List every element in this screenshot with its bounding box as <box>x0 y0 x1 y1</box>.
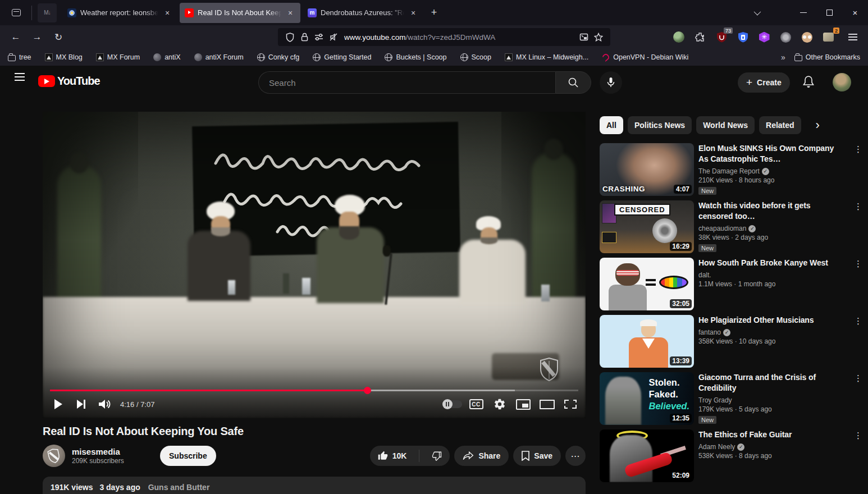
bookmark-mx-forum[interactable]: MX Forum <box>96 53 140 61</box>
ublock-origin-button[interactable]: 73 <box>714 30 729 44</box>
channel-avatar[interactable] <box>43 445 65 467</box>
bookmark-mx-blog[interactable]: MX Blog <box>45 53 83 61</box>
video-menu-button[interactable]: ⋮ <box>854 431 862 441</box>
dislike-button[interactable] <box>424 446 450 466</box>
url-bar[interactable]: www.youtube.com/watch?v=zedJ5DmWdWA <box>278 28 610 46</box>
like-button[interactable]: 10K <box>370 446 415 466</box>
channel-name[interactable]: Troy Grady <box>698 396 732 404</box>
screenshot-icon[interactable] <box>577 30 591 44</box>
tab-close-icon[interactable]: × <box>285 8 295 18</box>
forward-button[interactable]: → <box>28 28 46 46</box>
channel-name[interactable]: dalt. <box>698 271 711 279</box>
channel-name[interactable]: Adam Neely <box>698 443 735 451</box>
more-actions-button[interactable]: ⋯ <box>565 446 586 466</box>
theater-mode-button[interactable] <box>535 392 559 416</box>
video-title[interactable]: He Plagiarized Other Musicians <box>698 315 846 326</box>
bookmark-star-icon[interactable] <box>591 30 606 44</box>
bookmarks-overflow-button[interactable]: » <box>781 53 785 62</box>
video-thumbnail[interactable]: 32:05 <box>600 258 694 310</box>
bookmark-scoop[interactable]: Scoop <box>460 53 491 61</box>
volume-button[interactable] <box>93 392 117 416</box>
bookmark-openvpn[interactable]: OpenVPN - Debian Wiki <box>602 53 688 61</box>
share-button[interactable]: Share <box>454 446 509 466</box>
chip-related[interactable]: Related <box>759 116 801 134</box>
subscribe-button[interactable]: Subscribe <box>160 446 216 466</box>
video-menu-button[interactable]: ⋮ <box>854 202 862 212</box>
account-avatar[interactable] <box>833 73 851 92</box>
channel-name[interactable]: The Damage Report <box>698 167 760 175</box>
app-menu-button[interactable] <box>846 30 860 44</box>
window-maximize-button[interactable] <box>816 0 842 25</box>
channel-name[interactable]: cheapaudioman <box>698 225 746 232</box>
search-input[interactable] <box>258 71 555 94</box>
video-item[interactable]: 52:09 The Ethics of Fake Guitar Adam Nee… <box>600 429 864 482</box>
autoplay-blocked-icon[interactable] <box>326 30 341 44</box>
video-thumbnail[interactable]: 52:09 <box>600 429 694 482</box>
extension-privacy-icon[interactable] <box>671 30 686 44</box>
save-button[interactable]: Save <box>513 446 561 466</box>
tab-close-icon[interactable]: × <box>162 8 172 18</box>
chip-all[interactable]: All <box>600 116 623 134</box>
play-button[interactable] <box>46 392 70 416</box>
video-item[interactable]: CENSORED 16:29 Watch this video before i… <box>600 200 864 253</box>
video-menu-button[interactable]: ⋮ <box>854 144 862 154</box>
reload-button[interactable]: ↻ <box>49 28 67 46</box>
miniplayer-button[interactable] <box>511 392 535 416</box>
video-item[interactable]: 13:39 He Plagiarized Other Musicians fan… <box>600 315 864 368</box>
channel-name[interactable]: fantano <box>698 328 721 336</box>
tab-weather-report[interactable]: Weather report: leonsber × <box>62 3 177 23</box>
channel-name[interactable]: misesmedia <box>72 447 153 456</box>
chips-next-button[interactable]: › <box>816 119 820 131</box>
description-box[interactable]: 191K views 3 days ago Guns and Butter <box>43 477 586 494</box>
bookmark-tree[interactable]: tree <box>8 53 31 61</box>
video-title[interactable]: The Ethics of Fake Guitar <box>698 429 846 440</box>
video-item[interactable]: Stolen. Faked. Believed. 12:35 Giacomo T… <box>600 372 864 425</box>
video-title[interactable]: Giacomo Turra and the Crisis of Credibil… <box>698 372 846 394</box>
tab-mastodon[interactable]: m Dendrobatus Azureus: "Re × <box>303 3 423 23</box>
extensions-puzzle-button[interactable] <box>693 30 707 44</box>
bookmark-conky-cfg[interactable]: Conky cfg <box>257 53 300 61</box>
bookmark-getting-started[interactable]: Getting Started <box>313 53 371 61</box>
settings-button[interactable] <box>488 392 511 416</box>
video-title[interactable]: Watch this video before it gets censored… <box>698 200 846 222</box>
chip-world-news[interactable]: World News <box>696 116 755 134</box>
video-menu-button[interactable]: ⋮ <box>854 259 862 269</box>
video-item[interactable]: 32:05 How South Park Broke Kanye West da… <box>600 258 864 310</box>
tracking-protection-shield-icon[interactable] <box>282 30 297 44</box>
back-button[interactable]: ← <box>7 28 25 46</box>
tab-youtube-active[interactable]: Real ID Is Not About Keep × <box>180 3 300 23</box>
notifications-button[interactable] <box>802 75 815 91</box>
bookmark-antix[interactable]: antiX <box>153 53 181 61</box>
list-all-tabs-button[interactable] <box>747 4 766 21</box>
avatar-extension-button[interactable] <box>800 30 814 44</box>
bookmark-buckets-scoop[interactable]: Buckets | Scoop <box>385 53 446 61</box>
bookmark-antix-forum[interactable]: antiX Forum <box>194 53 244 61</box>
other-bookmarks-button[interactable]: Other Bookmarks <box>794 53 860 61</box>
create-button[interactable]: + Create <box>738 72 790 93</box>
subtitles-button[interactable]: CC <box>464 392 488 416</box>
video-menu-button[interactable]: ⋮ <box>854 316 862 326</box>
next-button[interactable] <box>70 392 93 416</box>
youtube-logo[interactable]: YouTube <box>38 75 100 88</box>
video-thumbnail[interactable]: CRASHING 4:07 <box>600 143 694 196</box>
video-player[interactable]: 4:16 / 7:07 CC <box>43 112 586 418</box>
video-title[interactable]: How South Park Broke Kanye West <box>698 258 846 268</box>
progress-bar[interactable] <box>50 390 578 391</box>
video-thumbnail[interactable]: 13:39 <box>600 315 694 368</box>
url-text[interactable]: www.youtube.com/watch?v=zedJ5DmWdWA <box>344 33 577 42</box>
voice-search-button[interactable] <box>600 71 622 94</box>
window-minimize-button[interactable] <box>791 0 816 25</box>
gray-crest-extension-button[interactable] <box>778 30 793 44</box>
video-title[interactable]: Elon Musk SINKS His Own Company As Catas… <box>698 143 846 164</box>
firefox-view-button[interactable] <box>8 4 25 21</box>
chip-politics-news[interactable]: Politics News <box>628 116 692 134</box>
password-manager-button[interactable] <box>735 30 750 44</box>
new-tab-button[interactable]: + <box>426 4 442 21</box>
video-item[interactable]: CRASHING 4:07 Elon Musk SINKS His Own Co… <box>600 143 864 196</box>
fullscreen-button[interactable] <box>559 392 582 416</box>
guide-menu-button[interactable] <box>15 76 25 77</box>
search-button[interactable] <box>555 71 591 94</box>
video-menu-button[interactable]: ⋮ <box>854 373 862 383</box>
notes-extension-button[interactable]: 2 <box>821 30 835 44</box>
tab-close-icon[interactable]: × <box>408 8 418 18</box>
